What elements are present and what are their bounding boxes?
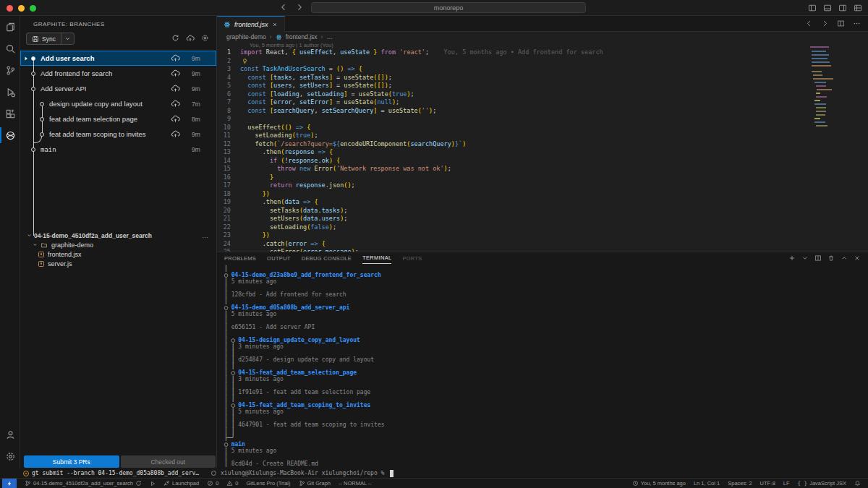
toggle-secondary-sidebar-icon[interactable] [838, 4, 847, 12]
statusbar-item-label: GitLens Pro (Trial) [247, 480, 291, 487]
cloud-upload-icon[interactable] [186, 34, 195, 43]
branch-icon [299, 480, 305, 487]
terminal-line: │ │ [224, 363, 385, 369]
split-editor-icon[interactable] [837, 20, 845, 27]
breadcrumb-folder[interactable]: graphite-demo [226, 33, 266, 40]
zoom-window-button[interactable] [30, 5, 36, 12]
statusbar-git-branch[interactable]: 04-15-demo_4510df2a_add_user_search [25, 480, 142, 487]
minimap[interactable] [810, 45, 839, 139]
refresh-icon[interactable] [171, 34, 179, 43]
statusbar-eol[interactable]: LF [783, 480, 790, 487]
statusbar-launchpad[interactable]: Launchpad [163, 480, 199, 487]
source-control-icon[interactable] [0, 59, 20, 81]
run-and-debug-icon[interactable] [0, 81, 20, 103]
tab-frontend-jsx[interactable]: frontend.jsx [217, 16, 285, 32]
branch-row[interactable]: Add server API9m [20, 81, 216, 96]
terminal-dropdown-icon[interactable] [801, 254, 809, 262]
terminal-line: │ │ [224, 350, 385, 356]
settings-gear-icon[interactable] [0, 445, 20, 467]
statusbar-encoding[interactable]: UTF-8 [760, 480, 775, 487]
commit-dot-icon [31, 87, 35, 91]
cloud-upload-icon[interactable] [171, 99, 180, 108]
more-actions-icon[interactable] [853, 20, 861, 27]
branch-list: Add user search9mAdd frontend for search… [20, 51, 216, 157]
close-window-button[interactable] [7, 5, 13, 12]
file-row[interactable]: server.js [20, 259, 216, 268]
close-tab-icon[interactable] [272, 22, 278, 27]
editor-back-icon[interactable] [805, 20, 813, 27]
submit-prs-button[interactable]: Submit 3 PRs [24, 455, 119, 468]
cloud-upload-icon[interactable] [171, 114, 180, 124]
cloud-upload-icon[interactable] [171, 84, 180, 93]
statusbar-problems-errors[interactable]: 0 [207, 480, 218, 487]
branch-row[interactable]: feat add team selection page8m [20, 111, 216, 127]
history-forward-icon[interactable] [295, 3, 304, 12]
explorer-icon[interactable] [0, 16, 20, 38]
worktree-section-header[interactable]: 04-15-demo_4510df2a_add_user_search … [20, 231, 216, 240]
branch-row[interactable]: feat add team scoping to invites9m [20, 127, 216, 142]
branch-name: main [41, 146, 56, 153]
terminal-output[interactable]: │◯ 04-15-demo_d23a8be9_add_frontend_for_… [224, 265, 385, 467]
statusbar-problems-warnings[interactable]: 0 [226, 480, 238, 487]
statusbar-gitlens[interactable]: GitLens Pro (Trial) [247, 480, 291, 487]
history-back-icon[interactable] [279, 3, 288, 12]
code-editor[interactable]: You, 5 months ago | 1 author (You) 1impo… [217, 42, 868, 252]
code-line: 7 const [error, setError] = useState(nul… [217, 98, 832, 107]
terminal-line: ◯ 04-15-demo_d05a808b_add_server_api [224, 304, 385, 311]
sync-button[interactable]: Sync [26, 33, 75, 45]
terminal-line: │ │ [224, 395, 385, 402]
editor-forward-icon[interactable] [821, 20, 829, 27]
breadcrumb-file[interactable]: frontend.jsx [286, 33, 318, 40]
sync-dropdown-icon[interactable] [61, 35, 74, 42]
panel-tab-problems[interactable]: PROBLEMS [224, 252, 256, 264]
panel-tab-debug-console[interactable]: DEBUG CONSOLE [302, 252, 352, 264]
command-center-search[interactable]: monorepo [311, 2, 586, 13]
folder-row[interactable]: graphite-demo [20, 240, 216, 249]
toggle-panel-icon[interactable] [823, 4, 832, 12]
gear-icon[interactable] [201, 34, 209, 43]
statusbar-cursor-position[interactable]: Ln 1, Col 1 [694, 480, 720, 487]
breadcrumb-symbol[interactable]: … [326, 33, 333, 40]
kill-terminal-icon[interactable] [827, 254, 835, 262]
accounts-icon[interactable] [0, 424, 20, 445]
line-number: 23 [217, 231, 240, 240]
twistie-icon[interactable] [23, 56, 29, 61]
lightbulb-icon[interactable] [242, 58, 248, 64]
cloud-upload-icon[interactable] [171, 129, 180, 139]
branch-row[interactable]: Add frontend for search9m [20, 66, 216, 81]
terminal-prompt[interactable]: xiulung@Xiulungs-MacBook-Air xiulungchoi… [211, 468, 393, 478]
statusbar-blame[interactable]: You, 5 months ago [632, 480, 686, 487]
split-terminal-icon[interactable] [814, 254, 822, 262]
maximize-panel-icon[interactable] [841, 254, 848, 262]
cloud-upload-icon[interactable] [171, 53, 180, 63]
graphite-icon[interactable] [0, 124, 20, 146]
search-icon[interactable] [0, 38, 20, 59]
breadcrumb[interactable]: graphite-demo › frontend.jsx › … [217, 32, 868, 42]
branch-row[interactable]: main9m [20, 142, 216, 157]
statusbar-git-graph[interactable]: Git Graph [299, 480, 331, 487]
panel-tab-ports[interactable]: PORTS [402, 252, 422, 264]
sidebar-title: GRAPHITE: BRANCHES [33, 21, 105, 27]
statusbar-indentation[interactable]: Spaces: 2 [728, 480, 752, 487]
panel-tab-terminal[interactable]: TERMINAL [362, 252, 391, 264]
extensions-icon[interactable] [0, 103, 20, 124]
customize-layout-icon[interactable] [854, 4, 862, 12]
terminal-line: │ │ 5 minutes ago [224, 408, 385, 415]
checked-out-button[interactable]: Checked out [121, 455, 216, 468]
panel-tab-output[interactable]: OUTPUT [267, 252, 291, 264]
statusbar-vim-mode[interactable]: -- NORMAL -- [339, 480, 372, 487]
branch-row[interactable]: Add user search9m [20, 51, 216, 66]
statusbar-run-task[interactable] [150, 481, 156, 487]
close-panel-icon[interactable] [854, 254, 861, 262]
branch-row[interactable]: design update copy and layout7m [20, 96, 216, 111]
new-terminal-icon[interactable] [788, 254, 796, 262]
statusbar-notifications[interactable] [854, 480, 861, 487]
statusbar-language-mode[interactable]: { }JavaScript JSX [798, 480, 846, 487]
more-actions-icon[interactable]: … [202, 232, 209, 239]
statusbar-remote[interactable] [2, 479, 17, 488]
file-row[interactable]: frontend.jsx [20, 249, 216, 259]
toggle-primary-sidebar-icon[interactable] [808, 4, 817, 12]
cloud-upload-icon[interactable] [171, 69, 180, 78]
line-number: 1 [217, 48, 240, 57]
minimize-window-button[interactable] [18, 5, 25, 12]
